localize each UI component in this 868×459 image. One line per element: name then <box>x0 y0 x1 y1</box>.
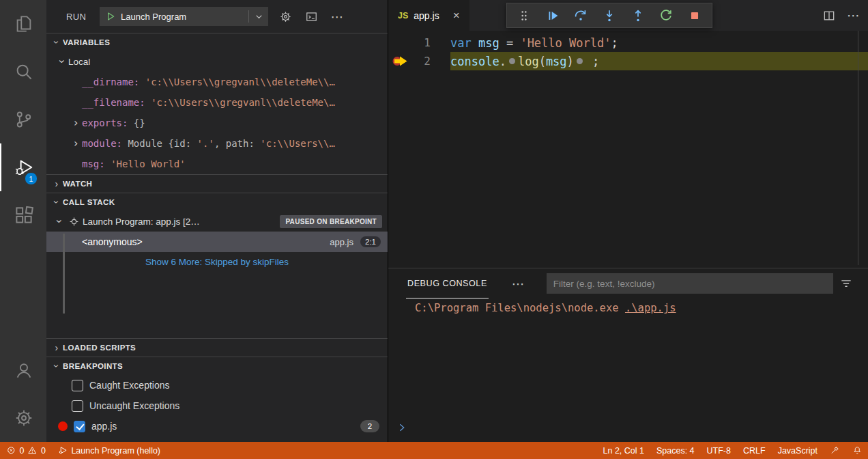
variable-row-dirname[interactable]: __dirname: 'c:\\Users\\gregvanl\\deleteM… <box>46 72 388 92</box>
debug-console-icon[interactable] <box>302 8 320 25</box>
debug-target-status[interactable]: Launch Program (hello) <box>52 442 167 459</box>
breakpoint-label: app.js <box>91 421 117 432</box>
console-filter-input[interactable] <box>547 273 833 294</box>
filter-icon[interactable] <box>838 275 854 292</box>
loaded-scripts-section-header[interactable]: › LOADED SCRIPTS <box>46 338 388 357</box>
step-out-button[interactable] <box>626 5 650 26</box>
more-actions-icon[interactable]: ⋯ <box>512 277 525 290</box>
variables-section-label: VARIABLES <box>63 38 110 46</box>
variables-section-header[interactable]: › VARIABLES <box>46 33 388 51</box>
more-actions-icon[interactable]: ⋯ <box>847 9 860 22</box>
variable-row-module[interactable]: ›module: Module {id: '.', path: 'c:\\Use… <box>46 133 388 154</box>
prompt-chevron-icon <box>396 422 407 433</box>
stop-button[interactable] <box>683 5 706 26</box>
call-stack-section-header[interactable]: › CALL STACK <box>46 193 388 211</box>
variable-row-msg[interactable]: msg: 'Hello World' <box>46 154 388 174</box>
watch-section-label: WATCH <box>63 180 92 188</box>
stack-frame-row[interactable]: <anonymous> app.js 2:1 <box>46 232 388 252</box>
cursor-position-status[interactable]: Ln 2, Col 1 <box>597 442 650 459</box>
show-more-link[interactable]: Show 6 More: Skipped by skipFiles <box>46 252 388 271</box>
breakpoints-section-label: BREAKPOINTS <box>63 362 123 370</box>
indentation-status[interactable]: Spaces: 4 <box>650 442 701 459</box>
error-count: 0 <box>20 446 25 456</box>
chevron-expanded-icon: › <box>52 36 61 48</box>
line-number: 1 <box>424 36 431 49</box>
breakpoint-dot-icon <box>58 421 68 431</box>
problems-status[interactable]: 0 0 <box>0 442 52 459</box>
console-output-text: C:\Program Files\nodejs\node.exe <box>415 302 625 314</box>
source-control-icon[interactable] <box>0 96 46 143</box>
call-stack-empty-space <box>46 271 388 338</box>
close-icon[interactable]: × <box>453 10 460 21</box>
language-status[interactable]: JavaScript <box>772 442 824 459</box>
variable-row-filename[interactable]: __filename: 'c:\\Users\\gregvanl\\delete… <box>46 92 388 113</box>
breakpoint-row-caught-exceptions[interactable]: Caught Exceptions <box>46 375 388 395</box>
editor-actions: ⋯ <box>822 0 860 31</box>
console-input-prompt[interactable] <box>396 419 868 436</box>
run-debug-icon[interactable]: 1 <box>0 143 46 191</box>
session-label: Launch Program: app.js [2… <box>83 217 200 227</box>
tab-appjs[interactable]: JS app.js × <box>388 0 469 31</box>
line-number: 2 <box>424 55 431 68</box>
play-icon <box>105 11 116 22</box>
breakpoint-row-uncaught-exceptions[interactable]: Uncaught Exceptions <box>46 395 388 416</box>
activity-bar-spacer <box>0 239 46 346</box>
code-line-1: 1 var msg = 'Hello World'; <box>388 33 868 52</box>
continue-button[interactable] <box>541 5 564 26</box>
paused-badge: PAUSED ON BREAKPOINT <box>280 215 382 228</box>
step-into-button[interactable] <box>598 5 621 26</box>
warning-count: 0 <box>41 446 46 456</box>
console-output-link[interactable]: .\app.js <box>625 302 676 314</box>
editor-scrollbar[interactable] <box>858 31 858 265</box>
debug-session-icon <box>69 217 79 227</box>
editor-area: JS app.js × <box>388 0 868 442</box>
debug-target-label: Launch Program (hello) <box>71 446 160 456</box>
search-icon[interactable] <box>0 48 46 96</box>
run-debug-sidebar: RUN Launch Program ⋯ › <box>46 0 388 442</box>
account-icon[interactable] <box>0 346 46 394</box>
extensions-icon[interactable] <box>0 191 46 239</box>
code-editor[interactable]: 1 var msg = 'Hello World'; 2 console.log… <box>388 31 868 268</box>
gear-icon[interactable] <box>276 8 294 25</box>
toolbar-drag-grip[interactable] <box>512 5 536 26</box>
appjs-breakpoint-checkbox[interactable] <box>74 421 85 432</box>
chevron-expanded-icon: › <box>57 55 68 68</box>
chevron-right-icon: › <box>50 343 63 352</box>
notifications-bell-icon[interactable] <box>846 442 868 459</box>
step-over-button[interactable] <box>569 5 592 26</box>
more-actions-icon[interactable]: ⋯ <box>328 8 346 25</box>
pin-icon[interactable] <box>824 442 846 459</box>
watch-section-header[interactable]: › WATCH <box>46 174 388 193</box>
launch-config-select[interactable]: Launch Program <box>100 7 268 26</box>
variable-row-exports[interactable]: ›exports: {} <box>46 113 388 133</box>
code-line-2-current: 2 console.log(msg) ; <box>388 52 868 70</box>
vscode-window: 1 RUN Launch Program <box>0 0 868 459</box>
scope-label: Local <box>68 57 90 67</box>
main-area: 1 RUN Launch Program <box>0 0 868 442</box>
explorer-icon[interactable] <box>0 0 46 48</box>
error-icon <box>6 445 16 456</box>
sidebar-header: RUN Launch Program ⋯ <box>46 0 388 33</box>
breakpoint-row-appjs[interactable]: app.js 2 <box>46 416 388 436</box>
breakpoint-count-badge: 2 <box>360 420 379 432</box>
loaded-scripts-section-label: LOADED SCRIPTS <box>63 344 136 352</box>
settings-gear-icon[interactable] <box>0 394 46 442</box>
gutter-line-2[interactable]: 2 <box>388 52 450 70</box>
breakpoints-section-header[interactable]: › BREAKPOINTS <box>46 357 388 375</box>
restart-button[interactable] <box>654 5 678 26</box>
inline-breakpoint-dot[interactable] <box>509 58 515 64</box>
debug-toolbar <box>506 3 712 28</box>
debug-session-row[interactable]: › Launch Program: app.js [2… PAUSED ON B… <box>46 211 388 232</box>
caught-exceptions-checkbox[interactable] <box>72 380 83 391</box>
tab-debug-console[interactable]: DEBUG CONSOLE <box>406 268 489 298</box>
gutter-line-1[interactable]: 1 <box>388 33 450 52</box>
frame-file: app.js <box>330 237 353 247</box>
frame-location-badge: 2:1 <box>360 236 381 247</box>
tab-label: app.js <box>414 10 439 21</box>
inline-breakpoint-dot[interactable] <box>577 58 583 64</box>
scope-local-row[interactable]: › Local <box>46 51 388 72</box>
eol-status[interactable]: CRLF <box>737 442 772 459</box>
uncaught-exceptions-checkbox[interactable] <box>72 400 83 412</box>
split-editor-icon[interactable] <box>822 9 836 23</box>
encoding-status[interactable]: UTF-8 <box>701 442 737 459</box>
